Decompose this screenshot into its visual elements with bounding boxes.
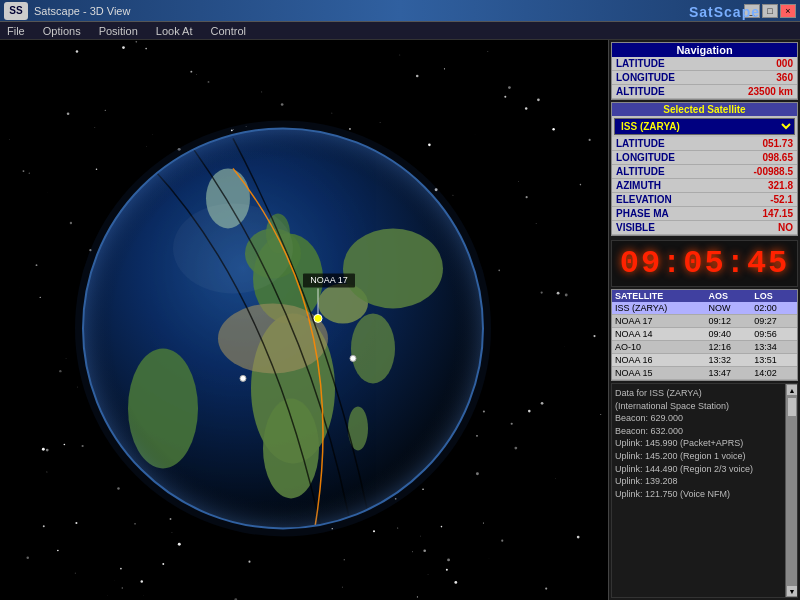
aos-cell-1-1: 09:12: [705, 315, 751, 328]
table-row[interactable]: NOAA 1513:4714:02: [612, 367, 797, 380]
close-button[interactable]: ×: [780, 4, 796, 18]
sat-section-title: Selected Satellite: [612, 103, 797, 116]
svg-point-23: [240, 375, 246, 381]
svg-point-15: [83, 128, 483, 528]
sat-azimuth-row: AZIMUTH 321.8: [612, 179, 797, 193]
nav-latitude-row: LATITUDE 000: [612, 57, 797, 71]
sat-azimuth-value: 321.8: [768, 180, 793, 191]
nav-altitude-label: ALTITUDE: [616, 86, 665, 97]
aos-cell-4-1: 13:32: [705, 354, 751, 367]
aos-cell-1-0: NOAA 17: [612, 315, 705, 328]
table-row[interactable]: NOAA 1709:1209:27: [612, 315, 797, 328]
aos-cell-3-1: 12:16: [705, 341, 751, 354]
info-line: (International Space Station): [615, 400, 794, 413]
title-text: Satscape - 3D View: [34, 5, 744, 17]
scrollbar[interactable]: ▲ ▼: [785, 384, 797, 597]
info-section: Data for ISS (ZARYA)(International Space…: [611, 383, 798, 598]
app-logo: SS: [4, 2, 28, 20]
svg-text:NOAA 17: NOAA 17: [310, 275, 348, 285]
globe-container: NOAA 17: [73, 118, 493, 538]
table-row[interactable]: NOAA 1409:4009:56: [612, 328, 797, 341]
sat-visible-label: VISIBLE: [616, 222, 655, 233]
sat-longitude-value: 098.65: [762, 152, 793, 163]
aos-cell-0-2: 02:00: [751, 302, 797, 315]
svg-point-18: [350, 355, 356, 361]
sat-phase-value: 147.15: [762, 208, 793, 219]
info-line: Uplink: 144.490 (Region 2/3 voice): [615, 463, 794, 476]
table-row[interactable]: AO-1012:1613:34: [612, 341, 797, 354]
aos-table: SATELLITE AOS LOS ISS (ZARYA)NOW02:00NOA…: [612, 290, 797, 380]
aos-cell-5-0: NOAA 15: [612, 367, 705, 380]
menu-file[interactable]: File: [4, 24, 28, 38]
col-satellite: SATELLITE: [612, 290, 705, 302]
aos-cell-0-1: NOW: [705, 302, 751, 315]
nav-longitude-row: LONGITUDE 360: [612, 71, 797, 85]
globe-area: NOAA 17: [0, 40, 608, 600]
maximize-button[interactable]: □: [762, 4, 778, 18]
aos-cell-1-2: 09:27: [751, 315, 797, 328]
info-line: Uplink: 139.208: [615, 475, 794, 488]
info-line: Data for ISS (ZARYA): [615, 387, 794, 400]
aos-cell-2-1: 09:40: [705, 328, 751, 341]
clock-digits: 09:05:45: [616, 245, 793, 282]
sat-latitude-label: LATITUDE: [616, 138, 665, 149]
nav-longitude-label: LONGITUDE: [616, 72, 675, 83]
sat-elevation-value: -52.1: [770, 194, 793, 205]
aos-cell-5-2: 14:02: [751, 367, 797, 380]
menu-bar: File Options Position Look At Control: [0, 22, 800, 40]
menu-lookat[interactable]: Look At: [153, 24, 196, 38]
sat-phase-label: PHASE MA: [616, 208, 669, 219]
sat-longitude-row: LONGITUDE 098.65: [612, 151, 797, 165]
sat-phase-row: PHASE MA 147.15: [612, 207, 797, 221]
clock-display: 09:05:45: [611, 240, 798, 287]
table-row[interactable]: ISS (ZARYA)NOW02:00: [612, 302, 797, 315]
sat-dropdown: ISS (ZARYA) NOAA 17 NOAA 14 AO-10 NOAA 1…: [612, 116, 797, 137]
title-bar: SS Satscape - 3D View SatScape _ □ ×: [0, 0, 800, 22]
aos-cell-0-0: ISS (ZARYA): [612, 302, 705, 315]
scroll-up-button[interactable]: ▲: [786, 384, 798, 396]
col-los: LOS: [751, 290, 797, 302]
sat-visible-row: VISIBLE NO: [612, 221, 797, 235]
sat-azimuth-label: AZIMUTH: [616, 180, 661, 191]
sat-section: Selected Satellite ISS (ZARYA) NOAA 17 N…: [611, 102, 798, 236]
satscape-brand: SatScape: [689, 4, 760, 20]
nav-section: Navigation LATITUDE 000 LONGITUDE 360 AL…: [611, 42, 798, 100]
info-line: Beacon: 632.000: [615, 425, 794, 438]
sat-visible-value: NO: [778, 222, 793, 233]
table-row[interactable]: NOAA 1613:3213:51: [612, 354, 797, 367]
sat-altitude-row: ALTITUDE -00988.5: [612, 165, 797, 179]
aos-cell-3-0: AO-10: [612, 341, 705, 354]
col-aos: AOS: [705, 290, 751, 302]
sat-longitude-label: LONGITUDE: [616, 152, 675, 163]
svg-point-16: [173, 203, 293, 293]
sat-elevation-label: ELEVATION: [616, 194, 672, 205]
main-layout: NOAA 17 Navigation LATITUDE 000 LONGITUD…: [0, 40, 800, 600]
info-line: Uplink: 121.750 (Voice NFM): [615, 488, 794, 501]
sat-latitude-row: LATITUDE 051.73: [612, 137, 797, 151]
aos-cell-3-2: 13:34: [751, 341, 797, 354]
nav-longitude-value: 360: [776, 72, 793, 83]
menu-control[interactable]: Control: [208, 24, 249, 38]
right-panel: Navigation LATITUDE 000 LONGITUDE 360 AL…: [608, 40, 800, 600]
scroll-thumb[interactable]: [787, 397, 797, 417]
globe-svg: NOAA 17: [73, 118, 493, 538]
sat-latitude-value: 051.73: [762, 138, 793, 149]
aos-table-body: ISS (ZARYA)NOW02:00NOAA 1709:1209:27NOAA…: [612, 302, 797, 380]
aos-cell-2-2: 09:56: [751, 328, 797, 341]
sat-altitude-label: ALTITUDE: [616, 166, 665, 177]
nav-latitude-label: LATITUDE: [616, 58, 665, 69]
menu-position[interactable]: Position: [96, 24, 141, 38]
sat-select[interactable]: ISS (ZARYA) NOAA 17 NOAA 14 AO-10 NOAA 1…: [614, 118, 795, 135]
aos-cell-5-1: 13:47: [705, 367, 751, 380]
info-line: Uplink: 145.990 (Packet+APRS): [615, 437, 794, 450]
scroll-down-button[interactable]: ▼: [786, 585, 798, 597]
aos-cell-2-0: NOAA 14: [612, 328, 705, 341]
svg-point-19: [314, 314, 322, 322]
menu-options[interactable]: Options: [40, 24, 84, 38]
sat-elevation-row: ELEVATION -52.1: [612, 193, 797, 207]
aos-table-section: SATELLITE AOS LOS ISS (ZARYA)NOW02:00NOA…: [611, 289, 798, 381]
aos-cell-4-0: NOAA 16: [612, 354, 705, 367]
nav-latitude-value: 000: [776, 58, 793, 69]
nav-altitude-row: ALTITUDE 23500 km: [612, 85, 797, 99]
aos-cell-4-2: 13:51: [751, 354, 797, 367]
